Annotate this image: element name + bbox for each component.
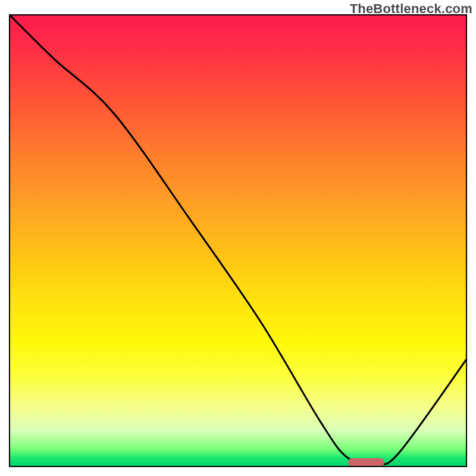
plot-area: [9, 14, 467, 467]
bottleneck-curve: [9, 14, 467, 464]
watermark-text: TheBottleneck.com: [350, 1, 472, 17]
chart-container: TheBottleneck.com: [0, 0, 476, 476]
optimal-range-marker: [348, 458, 385, 466]
curve-layer: [9, 14, 467, 467]
